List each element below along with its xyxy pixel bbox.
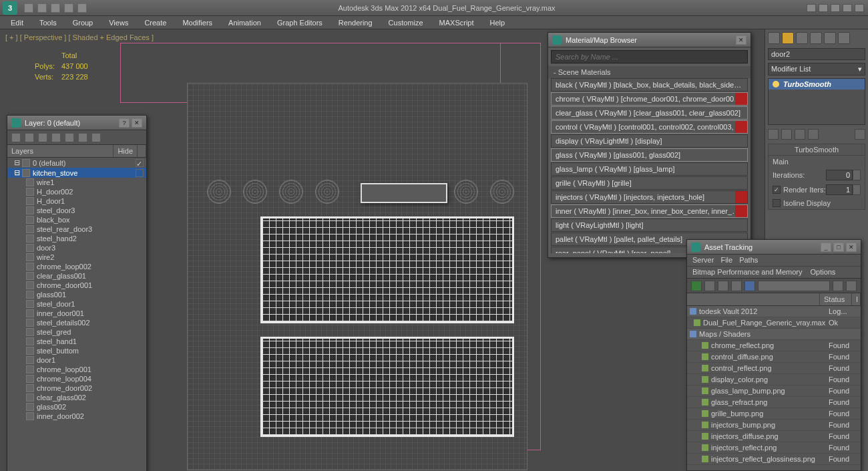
qat-save-icon[interactable] [51, 3, 60, 13]
qat-redo-icon[interactable] [77, 3, 87, 13]
col-name[interactable] [687, 293, 820, 305]
qat-new-icon[interactable] [24, 3, 33, 13]
help-icon[interactable] [807, 4, 816, 12]
render-iters-value[interactable] [826, 184, 853, 195]
asset-row[interactable]: Dual_Fuel_Range_Generic_vray.maxOk [687, 317, 861, 329]
close-icon[interactable]: ✕ [132, 118, 142, 128]
layer-row[interactable]: wire1 [7, 178, 146, 187]
material-row[interactable]: glass ( VRayMtl ) [glass001, glass002] [551, 148, 748, 162]
asset-row[interactable]: injectors_diffuse.pngFound [687, 431, 861, 442]
menu-group[interactable]: Group [66, 17, 100, 28]
layer-row[interactable]: door1 [7, 355, 146, 365]
minimize-icon[interactable]: _ [821, 243, 831, 252]
add-to-layer-icon[interactable] [38, 133, 47, 142]
layer-row[interactable]: ⊟kitchen_stove [7, 168, 146, 178]
maximize-icon[interactable]: □ [833, 243, 844, 252]
layer-row[interactable]: glass001 [7, 290, 146, 299]
hide-icon[interactable] [78, 133, 87, 142]
close-icon[interactable]: ✕ [846, 243, 857, 252]
modifier-stack-item[interactable]: TurboSmooth [769, 79, 865, 90]
asset-menu-server[interactable]: Server [692, 256, 714, 265]
material-row[interactable]: control ( VRayMtl ) [control001, control… [551, 120, 748, 134]
material-row[interactable]: grille ( VRayMtl ) [grille] [551, 176, 748, 190]
layer-row[interactable]: clear_glass002 [7, 393, 146, 402]
layer-row[interactable]: clear_glass001 [7, 271, 146, 281]
asset-row[interactable]: glass_lamp_bump.pngFound [687, 385, 861, 397]
material-section-header[interactable]: - Scene Materials [548, 66, 750, 78]
menu-customize[interactable]: Customize [382, 17, 430, 28]
menu-modifiers[interactable]: Modifiers [176, 17, 219, 28]
material-row[interactable]: chrome ( VRayMtl ) [chrome_door001, chro… [551, 92, 748, 106]
material-list[interactable]: black ( VRayMtl ) [black_box, black_deta… [551, 78, 748, 253]
layer-row[interactable]: chrome_loop001 [7, 365, 146, 374]
asset-row[interactable]: injectors_reflect.pngFound [687, 442, 861, 454]
asset-row[interactable]: control_diffuse.pngFound [687, 351, 861, 363]
layer-hide-checkbox[interactable] [136, 169, 144, 177]
col-layers[interactable]: Layers [7, 145, 114, 157]
layer-panel-titlebar[interactable]: Layer: 0 (default) ? ✕ [7, 116, 146, 130]
layer-row[interactable]: H_door1 [7, 196, 146, 206]
tab-modify-icon[interactable] [782, 32, 794, 44]
asset-menu-paths[interactable]: Paths [739, 256, 758, 265]
layer-row[interactable]: steel_door3 [7, 206, 146, 215]
viewport-label[interactable]: [ + ] [ Perspective ] [ Shaded + Edged F… [5, 33, 154, 41]
asset-row[interactable]: todesk Vault 2012Log... [687, 306, 861, 317]
asset-row[interactable]: grille_bump.pngFound [687, 408, 861, 420]
maximize-icon[interactable] [843, 4, 852, 12]
menu-edit[interactable]: Edit [4, 17, 30, 28]
close-icon[interactable] [855, 4, 864, 12]
material-row[interactable]: glass_lamp ( VRayMtl ) [glass_lamp] [551, 162, 748, 176]
layer-row[interactable]: steel_hand1 [7, 337, 146, 346]
material-row[interactable]: clear_glass ( VRayMtl ) [clear_glass001,… [551, 106, 748, 120]
asset-row[interactable]: glass_refract.pngFound [687, 397, 861, 408]
asset-panel-titlebar[interactable]: Asset Tracking _ □ ✕ [687, 240, 861, 255]
tab-create-icon[interactable] [768, 32, 780, 44]
view-tree-icon[interactable] [718, 281, 728, 291]
new-layer-icon[interactable] [11, 133, 21, 142]
modifier-list-dropdown[interactable]: Modifier List▾ [768, 63, 865, 75]
model-wireframe[interactable] [187, 83, 527, 470]
view-table-icon[interactable] [744, 281, 755, 291]
highlight-icon[interactable] [65, 133, 74, 142]
layer-row[interactable]: glass002 [7, 402, 146, 412]
menu-help[interactable]: Help [483, 17, 512, 28]
help-icon[interactable]: ? [119, 118, 130, 128]
spinner-arrows-icon[interactable] [853, 184, 861, 195]
isoline-checkbox[interactable] [773, 199, 781, 207]
layer-row[interactable]: H_door002 [7, 187, 146, 196]
material-panel-titlebar[interactable]: Material/Map Browser ✕ [548, 33, 750, 47]
asset-list[interactable]: todesk Vault 2012Log...Dual_Fuel_Range_G… [687, 306, 861, 470]
spinner-arrows-icon[interactable] [853, 170, 861, 180]
qat-open-icon[interactable] [37, 3, 47, 13]
asset-row[interactable]: chrome_reflect.pngFound [687, 340, 861, 351]
view-list-icon[interactable] [704, 281, 715, 291]
refresh-icon[interactable] [691, 281, 702, 291]
layer-row[interactable]: steel_rear_door3 [7, 224, 146, 234]
iterations-spinner[interactable] [826, 170, 861, 180]
qat-undo-icon[interactable] [64, 3, 73, 13]
layer-row[interactable]: chrome_loop002 [7, 262, 146, 271]
remove-icon[interactable] [808, 129, 819, 140]
layer-hide-checkbox[interactable]: ✓ [136, 159, 144, 167]
asset-row[interactable]: injectors_bump.pngFound [687, 420, 861, 431]
pin-icon[interactable] [768, 129, 779, 140]
layer-row[interactable]: steel_gred [7, 327, 146, 337]
tab-utilities-icon[interactable] [838, 32, 850, 44]
show-end-icon[interactable] [781, 129, 792, 140]
tab-hierarchy-icon[interactable] [796, 32, 808, 44]
material-search-input[interactable] [551, 50, 748, 63]
menu-views[interactable]: Views [102, 17, 135, 28]
col-hide[interactable]: Hide [114, 145, 138, 157]
minimize-icon[interactable] [831, 4, 840, 12]
delete-layer-icon[interactable] [25, 133, 34, 142]
iterations-value[interactable] [826, 170, 853, 180]
object-name-field[interactable] [768, 48, 865, 60]
select-layer-icon[interactable] [51, 133, 61, 142]
help-icon[interactable] [833, 281, 843, 291]
material-row[interactable]: black ( VRayMtl ) [black_box, black_deta… [551, 78, 748, 92]
menu-tools[interactable]: Tools [33, 17, 63, 28]
layer-row[interactable]: steel_details002 [7, 318, 146, 327]
tab-display-icon[interactable] [824, 32, 836, 44]
layer-row[interactable]: black_box [7, 215, 146, 224]
col-extra[interactable] [138, 145, 146, 157]
